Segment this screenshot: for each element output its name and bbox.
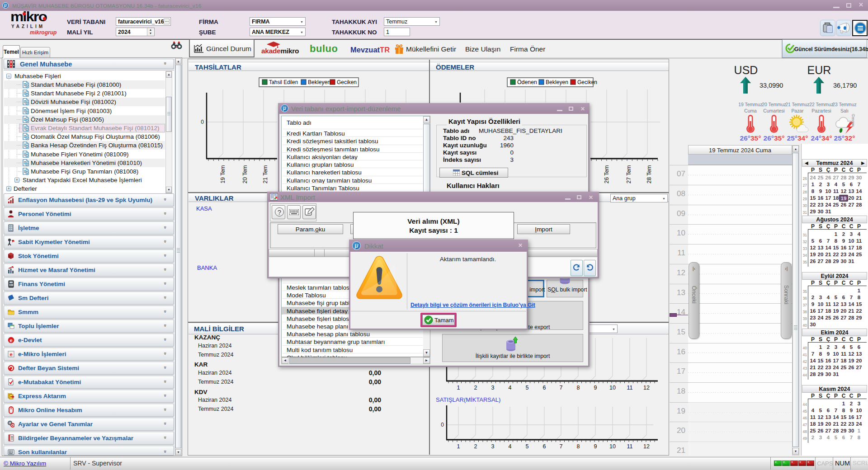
svg-text:Ödenen: Ödenen [517,79,537,85]
svg-text:Tahsil Edilen: Tahsil Edilen [269,79,298,85]
svg-text:9: 9 [594,443,597,450]
svg-text:e: e [9,338,12,343]
svg-text:21 Tem: 21 Tem [262,165,269,183]
svg-text:6: 6 [543,385,546,391]
svg-text:4: 4 [509,443,512,450]
svg-text:e: e [9,352,12,357]
svg-text:0: 0 [441,422,444,428]
svg-text:8: 8 [577,443,580,450]
svg-text:28 Tem: 28 Tem [646,165,652,183]
svg-text:Geciken: Geciken [337,79,357,85]
svg-text:1: 1 [457,385,460,391]
svg-text:9: 9 [594,385,597,391]
svg-text:7: 7 [560,385,563,391]
svg-text:11: 11 [627,443,633,450]
svg-text:0: 0 [201,119,204,125]
svg-text:10: 10 [609,443,616,450]
svg-text:11: 11 [627,385,633,391]
svg-text:1: 1 [457,443,460,450]
svg-text:10: 10 [609,385,616,391]
svg-text:3: 3 [491,443,495,450]
svg-text:12: 12 [643,385,650,391]
svg-text:Bekleyen: Bekleyen [308,79,330,85]
svg-text:7: 7 [560,443,563,450]
svg-text:12: 12 [643,443,650,450]
svg-text:2: 2 [474,443,477,450]
svg-text:26 Tem: 26 Tem [604,165,610,183]
svg-text:19 Tem: 19 Tem [220,165,226,183]
svg-text:27 Tem: 27 Tem [626,165,632,183]
svg-text:3: 3 [491,385,495,391]
svg-text:Geciken: Geciken [577,79,597,85]
svg-text:2: 2 [474,385,477,391]
svg-text:Bekleyen: Bekleyen [546,79,568,85]
svg-text:8: 8 [577,385,580,391]
svg-text:4: 4 [509,385,512,391]
svg-text:20 Tem: 20 Tem [242,165,248,183]
svg-text:6: 6 [543,443,546,450]
svg-text:5: 5 [526,385,529,391]
svg-text:5: 5 [526,443,529,450]
